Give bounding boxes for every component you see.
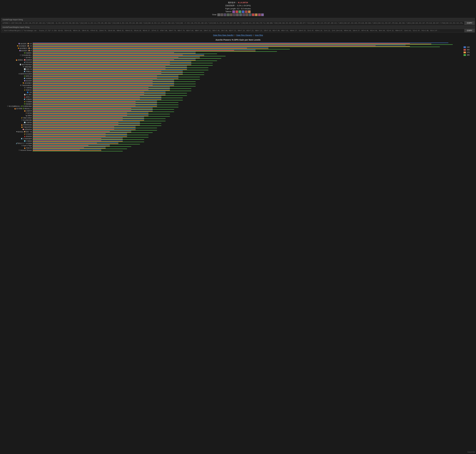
- azerite-forge-label: AzeriteForge Import String: [2, 19, 23, 21]
- bar-track: [33, 65, 461, 66]
- bar-fill: [33, 84, 196, 84]
- bar-row: 🔫 泰坦档案库 | 📦 x10: [2, 45, 461, 47]
- bar-track: [33, 127, 461, 128]
- bar-track: [33, 51, 461, 52]
- bar-track: [33, 56, 461, 56]
- bar-track: [33, 83, 461, 83]
- bar-fill: [33, 62, 191, 63]
- bar-track: [33, 144, 461, 144]
- bar-fill: [33, 44, 453, 45]
- azerite-power-weights-copy-button[interactable]: COPY: [464, 29, 475, 32]
- bar-row: ⚡ 突触火花电容: [2, 117, 461, 119]
- bar-track: [33, 85, 461, 86]
- bar-row: 🔮 激光矩阵 | 📦 x5: [2, 50, 461, 52]
- bar-track: [33, 146, 461, 147]
- bar-fill: [33, 113, 148, 114]
- azerite-forge-copy-button[interactable]: COPY: [464, 22, 475, 25]
- bar-fill: [33, 123, 161, 124]
- bar-row: 🏹 毁灭箭: [2, 112, 461, 114]
- target-row: 目标容错率： 0.2% (~29 DPS): [2, 4, 474, 7]
- bar-group: [33, 91, 461, 93]
- bar-track: [33, 142, 461, 142]
- bar-fill: [33, 44, 431, 44]
- bar-track: [33, 100, 461, 100]
- bar-track: [33, 88, 461, 88]
- bar-fill: [33, 55, 204, 56]
- gear-icon-3: [224, 14, 226, 16]
- bar-label: 🔥 炽热弹射油链: [2, 124, 33, 126]
- bar-fill: [33, 62, 170, 62]
- bar-fill: [33, 94, 144, 95]
- legend-label: 370: [467, 52, 470, 53]
- bar-fill: [33, 51, 256, 51]
- bar-label: 🔮 激光矩阵 | 📦 x10: [2, 43, 33, 45]
- legend-item: 355: [464, 49, 474, 51]
- bar-track: [33, 111, 461, 111]
- gear-icon-15: [261, 14, 264, 16]
- bar-fill: [33, 135, 127, 136]
- bar-row: ⚡ 正在赶来: [2, 133, 461, 135]
- version-value: 8.1.0.28724: [238, 1, 248, 4]
- bar-track: [33, 108, 461, 108]
- bar-fill: [33, 149, 101, 150]
- bar-track: [33, 62, 461, 62]
- bar-fill: [33, 77, 178, 78]
- bar-track: [33, 122, 461, 123]
- bar-fill: [33, 67, 187, 67]
- legend-color-box: [464, 54, 466, 56]
- chart-legend: 340355370385: [464, 43, 474, 152]
- bar-track: [33, 129, 461, 129]
- bar-fill: [33, 120, 123, 120]
- bar-track: [33, 60, 461, 61]
- bar-track: [33, 69, 461, 69]
- bar-group: [33, 61, 461, 63]
- bar-label: 👁 怨恨的魂影: [2, 66, 33, 68]
- bar-track: [33, 130, 461, 130]
- target-label: 目标容错率：: [225, 5, 237, 7]
- azerite-power-weights-row: { AzeritePowerWeights:1:"herodamage.com …: [1, 29, 475, 32]
- bar-group: [33, 75, 461, 77]
- outer-ring-spec-link[interactable]: Outer Ring (Spec Specific): [213, 34, 234, 36]
- bar-fill: [33, 121, 140, 122]
- bar-track: [33, 73, 461, 73]
- bar-label: 💥 分裂炸弹: [2, 110, 33, 112]
- bar-group: [33, 70, 461, 73]
- bar-group: [33, 52, 461, 54]
- bar-fill: [33, 47, 440, 47]
- bar-label: 💀 被迫咒者的低语: [2, 64, 33, 66]
- bar-track: [33, 92, 461, 92]
- bar-label: 💥 不稳定的烈焰: [2, 126, 33, 128]
- bar-fill: [33, 116, 170, 117]
- bar-track: [33, 112, 461, 112]
- bar-fill: [33, 151, 123, 151]
- bar-label: ✈ Fight or Flight: [2, 145, 33, 146]
- bar-fill: [33, 127, 114, 127]
- inner-ring-link[interactable]: Inner Ring: [255, 34, 263, 36]
- bar-fill: [33, 56, 200, 57]
- bar-track: [33, 121, 461, 121]
- bar-fill: [33, 140, 123, 140]
- bar-track: [33, 119, 461, 120]
- bar-track: [33, 104, 461, 105]
- bar-row: ❤ 集体意志 📦 团结一致: [2, 131, 461, 133]
- bar-track: [33, 139, 461, 140]
- bar-track: [33, 92, 461, 93]
- bar-track: [33, 137, 461, 137]
- bar-track: [33, 61, 461, 61]
- bar-fill: [33, 53, 217, 54]
- bar-fill: [33, 137, 148, 137]
- bar-track: [33, 45, 461, 46]
- bar-fill: [33, 142, 144, 142]
- bar-label: 🔄 元素回旋: [2, 121, 33, 124]
- legend-item: 370: [464, 52, 474, 53]
- bar-group: [33, 107, 461, 110]
- bar-fill: [33, 63, 191, 64]
- bar-label: 🌊 呼啸狂沙: [2, 71, 33, 73]
- bar-fill: [33, 102, 178, 103]
- bar-track: [33, 61, 461, 61]
- bar-track: [33, 53, 461, 53]
- bar-fill: [33, 107, 153, 108]
- bar-track: [33, 110, 461, 110]
- outer-ring-generic-link[interactable]: Outer Ring (Generic): [236, 34, 252, 36]
- bar-row: ⚡ 雷霆冲击: [2, 89, 461, 91]
